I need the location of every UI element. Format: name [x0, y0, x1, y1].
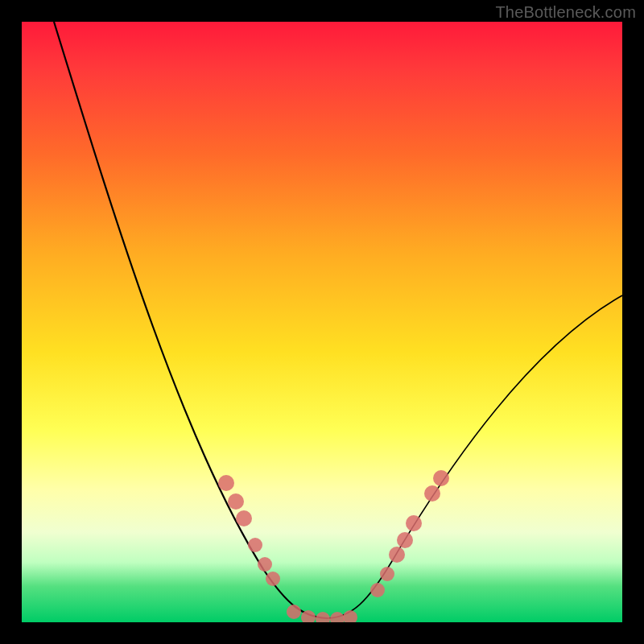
data-marker: [287, 605, 301, 619]
left-curve: [54, 22, 328, 618]
data-marker: [370, 583, 385, 597]
data-marker: [228, 493, 244, 510]
watermark-text: TheBottleneck.com: [495, 3, 636, 22]
data-marker: [248, 538, 262, 552]
data-marker: [236, 510, 252, 526]
data-marker: [380, 567, 394, 581]
chart-svg: [22, 22, 622, 622]
data-marker: [266, 572, 280, 586]
data-marker: [258, 557, 272, 572]
data-marker: [343, 610, 357, 622]
data-marker: [406, 515, 422, 531]
right-curve: [328, 295, 622, 618]
data-marker: [424, 485, 440, 502]
marker-group: [218, 470, 449, 622]
data-marker: [218, 475, 234, 491]
data-marker: [433, 470, 449, 486]
data-marker: [330, 612, 345, 622]
data-marker: [316, 612, 330, 622]
data-marker: [397, 532, 413, 548]
data-marker: [389, 547, 405, 563]
chart-plot-area: [22, 22, 622, 622]
